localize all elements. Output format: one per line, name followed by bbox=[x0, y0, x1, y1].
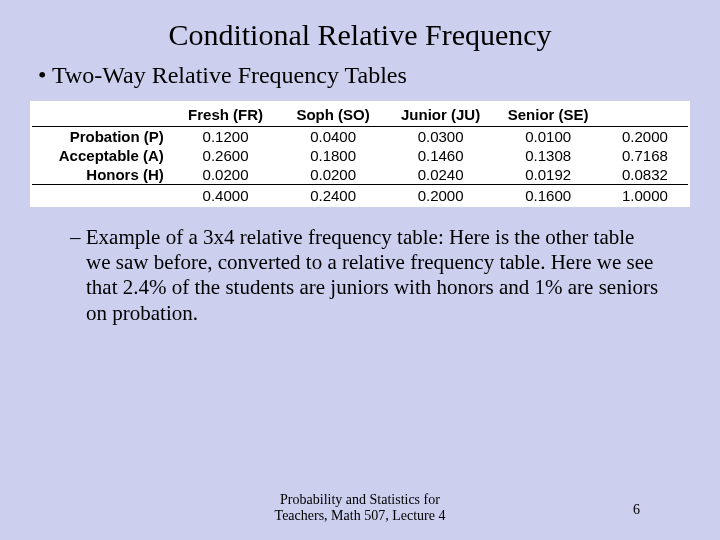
cell: 0.1308 bbox=[494, 146, 602, 165]
row-total: 0.0832 bbox=[602, 165, 688, 185]
example-dash: – bbox=[70, 225, 86, 249]
frequency-table: Fresh (FR) Soph (SO) Junior (JU) Senior … bbox=[32, 103, 688, 205]
bullet-level1: Two-Way Relative Frequency Tables bbox=[16, 62, 720, 89]
footer-line1: Probability and Statistics for bbox=[280, 492, 440, 507]
frequency-table-wrap: Fresh (FR) Soph (SO) Junior (JU) Senior … bbox=[30, 101, 690, 207]
table-row: Probation (P) 0.1200 0.0400 0.0300 0.010… bbox=[32, 127, 688, 147]
cell: 0.0200 bbox=[279, 165, 387, 185]
row-label-acceptable: Acceptable (A) bbox=[32, 146, 172, 165]
table-row: Honors (H) 0.0200 0.0200 0.0240 0.0192 0… bbox=[32, 165, 688, 185]
table-row: Acceptable (A) 0.2600 0.1800 0.1460 0.13… bbox=[32, 146, 688, 165]
grand-total: 1.0000 bbox=[602, 185, 688, 206]
header-junior: Junior (JU) bbox=[387, 103, 495, 127]
cell: 0.0192 bbox=[494, 165, 602, 185]
totals-blank bbox=[32, 185, 172, 206]
cell: 0.1460 bbox=[387, 146, 495, 165]
cell: 0.0400 bbox=[279, 127, 387, 147]
col-total: 0.2400 bbox=[279, 185, 387, 206]
col-total: 0.2000 bbox=[387, 185, 495, 206]
row-label-honors: Honors (H) bbox=[32, 165, 172, 185]
row-label-probation: Probation (P) bbox=[32, 127, 172, 147]
col-total: 0.4000 bbox=[172, 185, 280, 206]
header-blank bbox=[32, 103, 172, 127]
cell: 0.1800 bbox=[279, 146, 387, 165]
footer-line2: Teachers, Math 507, Lecture 4 bbox=[275, 508, 446, 523]
col-total: 0.1600 bbox=[494, 185, 602, 206]
cell: 0.2600 bbox=[172, 146, 280, 165]
header-fresh: Fresh (FR) bbox=[172, 103, 280, 127]
example-text: Example of a 3x4 relative frequency tabl… bbox=[86, 225, 658, 325]
example-paragraph: – Example of a 3x4 relative frequency ta… bbox=[0, 207, 720, 326]
cell: 0.0100 bbox=[494, 127, 602, 147]
header-total bbox=[602, 103, 688, 127]
cell: 0.1200 bbox=[172, 127, 280, 147]
footer: Probability and Statistics for Teachers,… bbox=[0, 492, 720, 524]
header-soph: Soph (SO) bbox=[279, 103, 387, 127]
header-senior: Senior (SE) bbox=[494, 103, 602, 127]
cell: 0.0200 bbox=[172, 165, 280, 185]
table-totals-row: 0.4000 0.2400 0.2000 0.1600 1.0000 bbox=[32, 185, 688, 206]
row-total: 0.2000 bbox=[602, 127, 688, 147]
row-total: 0.7168 bbox=[602, 146, 688, 165]
cell: 0.0240 bbox=[387, 165, 495, 185]
cell: 0.0300 bbox=[387, 127, 495, 147]
slide-title: Conditional Relative Frequency bbox=[0, 0, 720, 62]
page-number: 6 bbox=[633, 502, 640, 518]
table-header-row: Fresh (FR) Soph (SO) Junior (JU) Senior … bbox=[32, 103, 688, 127]
